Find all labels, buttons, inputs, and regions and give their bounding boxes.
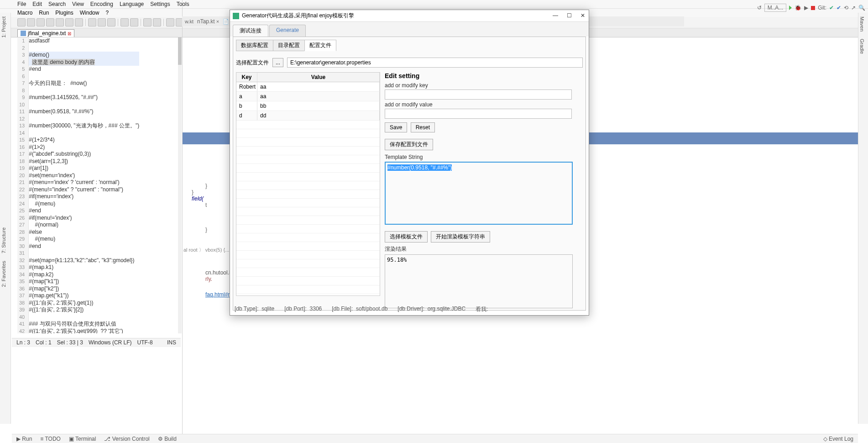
tb-saveall[interactable]	[46, 18, 54, 26]
status-col: Col : 1	[36, 339, 52, 346]
tb-print[interactable]	[75, 18, 83, 26]
vcs-commit-icon[interactable]: ✔	[837, 5, 841, 11]
tb-undo[interactable]	[120, 18, 129, 26]
minimize-icon[interactable]: —	[552, 13, 559, 19]
breadcrumb[interactable]: al root 〉 vbox(5) {...	[183, 247, 229, 253]
table-row[interactable]: aaa	[236, 92, 380, 101]
kv-table[interactable]: Key Value Robertaaaaabbbddd	[236, 72, 380, 296]
bottom-todo[interactable]: ≡ TODO	[40, 436, 61, 442]
menu-settings[interactable]: Settings	[150, 1, 170, 7]
gradle-tool[interactable]: Gradle	[858, 35, 866, 58]
menubar: File Edit Search View Encoding Language …	[0, 0, 868, 9]
add-value-label: add or modify value	[385, 101, 583, 108]
menu-file[interactable]: File	[17, 1, 26, 7]
editor-file-tab[interactable]: jfinal_engine.txt ⊠	[17, 29, 74, 37]
stop-icon[interactable]	[811, 6, 815, 10]
menu-help[interactable]: ?	[105, 10, 109, 16]
bottom-eventlog[interactable]: ◇ Event Log	[823, 436, 853, 442]
dialog-titlebar[interactable]: Generator代码生成器,采用jfinal enjoy模板引擎 — ☐ ✕	[230, 10, 589, 22]
search-icon[interactable]: 🔍	[858, 5, 865, 11]
bottom-vc[interactable]: ⎇ Version Control	[104, 436, 149, 442]
ide-tab-2[interactable]: nTap.kt ×	[197, 17, 219, 26]
template-string-label: Template String	[385, 154, 583, 160]
tb-open[interactable]	[27, 18, 35, 26]
edit-setting-title: Edit setting	[385, 72, 583, 79]
key-input[interactable]	[385, 90, 572, 100]
status-mode: INS	[167, 339, 176, 346]
table-row[interactable]: bbb	[236, 101, 380, 111]
tab-test-connection[interactable]: 测试连接	[233, 25, 268, 37]
bottom-build[interactable]: ⚙ Build	[158, 436, 177, 442]
app-icon	[233, 13, 239, 19]
close-icon[interactable]: ✕	[580, 13, 586, 19]
menu-encoding[interactable]: Encoding	[90, 1, 113, 7]
file-icon	[21, 31, 26, 36]
menu-edit[interactable]: Edit	[32, 1, 42, 7]
project-tool[interactable]: 1: Project	[0, 13, 7, 41]
value-input[interactable]	[385, 109, 572, 119]
menu-search[interactable]: Search	[48, 1, 66, 7]
table-row[interactable]: ddd	[236, 111, 380, 121]
tb-paste[interactable]	[107, 18, 115, 26]
render-output: 95.18%	[385, 254, 573, 308]
menu-plugins[interactable]: Plugins	[55, 10, 73, 16]
menu-window[interactable]: Window	[80, 10, 99, 16]
tb-close[interactable]	[56, 18, 64, 26]
save-config-button[interactable]: 保存配置到文件	[385, 139, 433, 150]
col-value: Value	[257, 73, 380, 82]
generator-dialog: Generator代码生成器,采用jfinal enjoy模板引擎 — ☐ ✕ …	[230, 10, 589, 316]
subtab-dir[interactable]: 目录配置	[273, 40, 305, 51]
add-key-label: add or modify key	[385, 82, 583, 89]
ide-bottom-bar: ▶ Run ≡ TODO ▣ Terminal ⎇ Version Contro…	[12, 434, 858, 443]
vcs-update-icon[interactable]: ✔	[829, 5, 834, 11]
table-row[interactable]: Robertaa	[236, 82, 380, 92]
template-textarea[interactable]: #number(0.9518, "#.##%")	[385, 162, 573, 225]
favorites-tool[interactable]: 2: Favorites	[0, 257, 7, 290]
menu-tools[interactable]: Tools	[177, 1, 189, 7]
config-path-input[interactable]	[287, 58, 583, 68]
menu-language[interactable]: Language	[120, 1, 144, 7]
subtab-cfg[interactable]: 配置文件	[304, 40, 336, 51]
menu-view[interactable]: View	[72, 1, 84, 7]
coverage-icon[interactable]: ▶	[804, 5, 808, 11]
tb-save[interactable]	[37, 18, 45, 26]
browse-button[interactable]: ...	[272, 58, 283, 67]
maximize-icon[interactable]: ☐	[566, 13, 572, 19]
editor-tab-label: jfinal_engine.txt	[28, 30, 66, 37]
ide-tab-1[interactable]: w.kt	[185, 17, 193, 26]
run-icon[interactable]	[789, 5, 792, 10]
tab-generate[interactable]: Generate	[269, 25, 306, 37]
scrollbar-thumb[interactable]	[178, 37, 182, 65]
tb-cut[interactable]	[88, 18, 96, 26]
history-icon[interactable]: ⟲	[844, 5, 848, 11]
bottom-run[interactable]: ▶ Run	[16, 436, 32, 442]
choose-template-button[interactable]: 选择模板文件	[385, 231, 428, 243]
tb-redo[interactable]	[130, 18, 138, 26]
tb-zoom-in[interactable]	[166, 18, 174, 26]
bottom-terminal[interactable]: ▣ Terminal	[69, 436, 96, 442]
status-sel: Sel : 33 | 3	[57, 339, 83, 346]
debug-icon[interactable]: 🐞	[795, 5, 801, 11]
text-editor[interactable]: 1234567891011121314151617181920212223242…	[17, 37, 181, 333]
render-template-button[interactable]: 开始渲染模板字符串	[431, 231, 490, 243]
maven-tool[interactable]: Maven	[858, 13, 866, 35]
dialog-status-bar: [db Type]: sqlite [db Port]: 3306 [db Fi…	[235, 306, 584, 313]
subtab-db[interactable]: 数据库配置	[236, 40, 273, 51]
reset-button[interactable]: Reset	[411, 122, 435, 132]
tb-replace[interactable]	[153, 18, 161, 26]
revert-icon[interactable]: ↗	[851, 5, 856, 11]
structure-tool[interactable]: 7: Structure	[0, 224, 7, 257]
run-config-combo[interactable]: M..A...	[764, 4, 787, 12]
tb-copy[interactable]	[98, 18, 106, 26]
close-icon[interactable]: ⊠	[68, 31, 71, 36]
panel-close[interactable]: ✕	[685, 15, 868, 21]
menu-run[interactable]: Run	[39, 10, 49, 16]
save-button[interactable]: Save	[385, 122, 407, 132]
tb-new[interactable]	[17, 18, 26, 26]
tb-find[interactable]	[143, 18, 152, 26]
dialog-title: Generator代码生成器,采用jfinal enjoy模板引擎	[242, 12, 552, 20]
run-toolbar: ↺ M..A... 🐞 ▶ Git: ✔ ✔ ⟲ ↗ 🔍	[757, 4, 865, 12]
tb-closeall[interactable]	[65, 18, 73, 26]
menu-macro[interactable]: Macro	[17, 10, 32, 16]
col-key: Key	[236, 73, 257, 82]
